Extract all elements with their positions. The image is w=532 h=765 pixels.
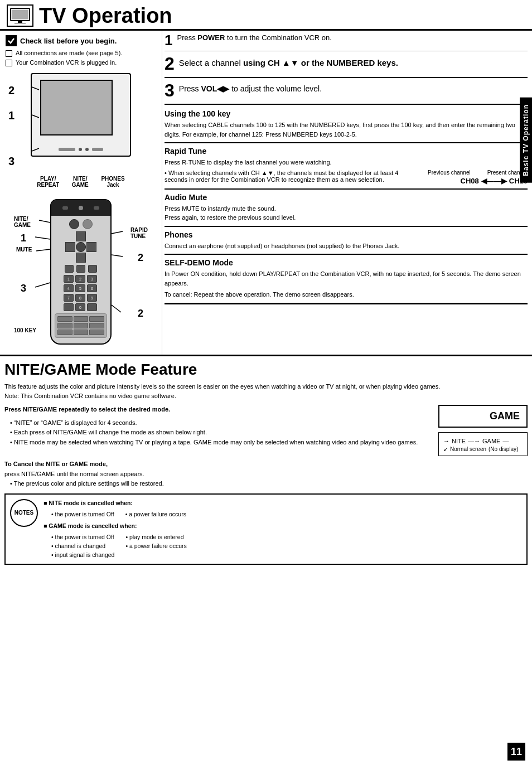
- checklist-text-1: All connections are made (see page 5).: [16, 50, 122, 56]
- arrow-back-icon: —: [502, 438, 509, 444]
- game-cancel-label: ■ GAME mode is cancelled when:: [43, 522, 522, 531]
- tv-icon: [7, 4, 33, 27]
- checklist-item-1: All connections are made (see page 5).: [6, 50, 156, 57]
- step-1-num: 1: [165, 33, 172, 47]
- page-title: TV Operation: [39, 5, 172, 26]
- arrow-to-game-icon: —→: [468, 438, 480, 444]
- checkbox-2[interactable]: [6, 60, 12, 66]
- section-phones-body: Connect an earphone (not supplied) or he…: [165, 241, 528, 251]
- step-3: 3 Press VOL◀▶ to adjust the volume level…: [165, 81, 528, 105]
- checklist-item-2: Your Combination VCR is plugged in.: [6, 59, 156, 66]
- step-3-num: 3: [165, 81, 175, 99]
- ch-arrow: ◀——▶: [481, 177, 507, 185]
- notes-content: ■ NITE mode is cancelled when: • the pow…: [43, 499, 522, 560]
- svg-rect-1: [12, 10, 28, 19]
- game-display: GAME: [438, 405, 528, 428]
- label-nite-game: NITE/ GAME: [72, 176, 89, 188]
- section-self-demo-title: SELF-DEMO Mode: [165, 258, 528, 267]
- section-rapid-tune-title: Rapid Tune: [165, 147, 528, 156]
- left-column: Check list before you begin. All connect…: [0, 31, 162, 355]
- diagram-label-3: 3: [8, 155, 14, 168]
- nite-label: NITE: [452, 438, 466, 444]
- no-display-label: (No display): [489, 446, 518, 452]
- remote-nite-game-label: NITE/GAME: [14, 216, 31, 228]
- svg-line-12: [112, 255, 123, 256]
- svg-line-10: [35, 283, 50, 287]
- ch-labels: Previous channel Present channel: [428, 170, 528, 176]
- remote-diagram: NITE/GAME 1 MUTE 3 100 KEY RAPIDTUNE 2 2: [14, 199, 148, 345]
- side-tab: Basic TV Operation: [520, 98, 532, 183]
- checkbox-1[interactable]: [6, 50, 12, 57]
- section-rapid-tune-body: Press R-TUNE to display the last channel…: [165, 158, 528, 167]
- svg-line-4: [32, 87, 39, 90]
- svg-line-6: [32, 148, 39, 151]
- remote-mute-label: MUTE: [16, 246, 32, 253]
- cancel-bullet: The previous color and picture settings …: [10, 479, 432, 489]
- tv-diagram: 2 1 3: [20, 73, 142, 188]
- nite-cancel-col1: • the power is turned Off: [51, 510, 114, 519]
- nite-game-section: NITE/GAME Mode Feature This feature adju…: [0, 355, 532, 569]
- nite-game-left: Press NITE/GAME repeatedly to select the…: [4, 405, 432, 489]
- section-self-demo: SELF-DEMO Mode In Power ON condition, ho…: [165, 258, 528, 304]
- step-2: 2 Select a channel using CH ▲▼ or the NU…: [165, 55, 528, 78]
- section-rapid-tune: Rapid Tune Press R-TUNE to display the l…: [165, 147, 528, 190]
- step-3-text: Press VOL◀▶ to adjust the volume level.: [179, 84, 322, 95]
- section-audio-mute-title: Audio Mute: [165, 193, 528, 202]
- cancel-title: To Cancel the NITE or GAME mode,: [4, 459, 432, 469]
- section-self-demo-body1: In Power ON condition, hold down PLAY/RE…: [165, 269, 528, 288]
- game-cancel-details: • the power is turned Off • channel is c…: [43, 533, 522, 559]
- normal-screen-row: ↙ Normal screen (No display): [443, 446, 523, 452]
- section-phones-title: Phones: [165, 230, 528, 239]
- press-nite-game-label: Press NITE/GAME repeatedly to select the…: [4, 406, 170, 413]
- label-phones-jack: PHONES Jack: [101, 176, 124, 188]
- svg-line-11: [112, 231, 123, 234]
- normal-screen-label: Normal screen: [450, 446, 486, 452]
- label-play-repeat: PLAY/ REPEAT: [37, 176, 59, 188]
- remote-rapid-tune-label: RAPIDTUNE: [130, 227, 148, 239]
- nite-game-note: Note: This Combination VCR contains no v…: [4, 391, 528, 401]
- tv-bottom-labels: PLAY/ REPEAT NITE/ GAME PHONES Jack: [31, 176, 131, 188]
- ch-arrow-row: CH08 ◀——▶ CH10: [461, 177, 528, 185]
- section-audio-mute: Audio Mute Press MUTE to instantly mute …: [165, 193, 528, 227]
- section-100key: Using the 100 key When selecting CABLE c…: [165, 109, 528, 143]
- step-2-num: 2: [165, 55, 175, 72]
- curve-arrow-icon: ↙: [443, 446, 448, 452]
- rapid-tune-diagram: Previous channel Present channel CH08 ◀—…: [428, 170, 528, 185]
- cancel-body: press NITE/GAME until the normal screen …: [4, 469, 432, 480]
- svg-rect-2: [18, 21, 22, 23]
- section-phones: Phones Connect an earphone (not supplied…: [165, 230, 528, 255]
- svg-line-8: [35, 237, 50, 239]
- nite-cancel-details: • the power is turned Off • a power fail…: [43, 510, 522, 519]
- nite-game-title: NITE/GAME Mode Feature: [4, 361, 528, 379]
- rapid-tune-bullet: • When selecting channels with CH ▲▼, th…: [165, 170, 421, 183]
- remote-label-3: 3: [21, 283, 26, 294]
- nite-game-bullet-1: “NITE” or “GAME” is displayed for 4 seco…: [10, 418, 432, 428]
- section-100key-body: When selecting CABLE channels 100 to 125…: [165, 120, 528, 139]
- check-icon: [6, 35, 17, 46]
- page-number: 11: [507, 743, 525, 761]
- nite-game-content: Press NITE/GAME repeatedly to select the…: [4, 405, 528, 489]
- checklist-text-2: Your Combination VCR is plugged in.: [16, 59, 117, 66]
- checklist-header: Check list before you begin.: [6, 35, 156, 46]
- nite-arrow-row: → NITE —→ GAME —: [443, 438, 523, 444]
- step-2-text: Select a channel using CH ▲▼ or the NUMB…: [179, 57, 398, 69]
- svg-line-7: [39, 220, 50, 222]
- game-cancel-col1: • the power is turned Off • channel is c…: [51, 533, 114, 559]
- svg-rect-3: [14, 23, 26, 23]
- arrow-right-icon: →: [443, 438, 449, 444]
- nite-cancel-row: ■ NITE mode is cancelled when:: [43, 499, 522, 508]
- nite-game-arrows-diagram: → NITE —→ GAME — ↙ Normal screen (No dis…: [438, 432, 528, 456]
- game-cancel-col2: • play mode is entered • a power failure…: [125, 533, 186, 559]
- section-100key-title: Using the 100 key: [165, 109, 528, 118]
- checklist-title: Check list before you begin.: [20, 37, 117, 45]
- section-audio-mute-body: Press MUTE to instantly mute the sound. …: [165, 204, 528, 222]
- right-column: 1 Press POWER to turn the Combination VC…: [162, 31, 532, 355]
- main-layout: Check list before you begin. All connect…: [0, 31, 532, 355]
- game-label: GAME: [482, 438, 500, 444]
- nite-game-bullet-2: Each press of NITE/GAME will change the …: [10, 428, 432, 438]
- notes-box: NOTES ■ NITE mode is cancelled when: • t…: [4, 493, 528, 565]
- svg-line-9: [36, 249, 50, 251]
- nite-cancel-label: ■ NITE mode is cancelled when:: [43, 499, 133, 508]
- remote-label-1: 1: [21, 233, 26, 244]
- nite-cancel-col2: • a power failure occurs: [125, 510, 186, 519]
